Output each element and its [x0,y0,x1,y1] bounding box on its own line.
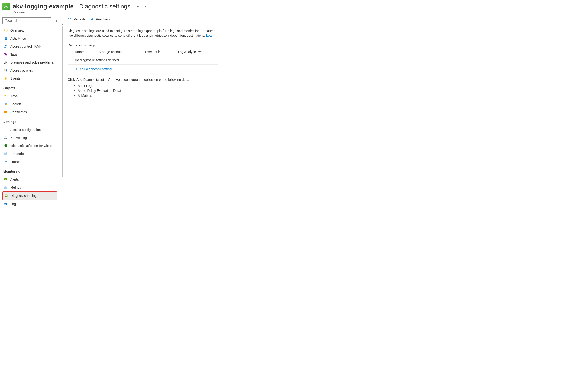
nav-certificates[interactable]: Certificates [2,108,57,116]
shield-icon [4,144,8,148]
svg-point-8 [5,45,6,46]
svg-point-19 [6,137,6,137]
nav-label: Keys [10,94,18,98]
nav-label: Alerts [10,178,19,181]
resource-name: akv-logging-example [13,3,74,10]
nav-access-policies[interactable]: Access policies [2,66,57,74]
title-block: akv-logging-example | Diagnostic setting… [13,3,149,14]
bolt-icon [4,76,8,80]
nav-locks[interactable]: Locks [2,158,57,166]
col-name: Name [68,48,91,56]
list-item: Audit Logs [78,83,586,88]
nav-label: Secrets [10,102,21,106]
instruction-text: Click 'Add Diagnostic setting' above to … [68,78,586,81]
nav-access-control[interactable]: Access control (IAM) [2,42,57,50]
list-check-icon [4,68,8,72]
svg-rect-5 [5,38,6,38]
svg-rect-3 [6,30,6,31]
lock-icon [4,160,8,164]
tag-icon [4,53,8,56]
svg-rect-26 [6,187,6,189]
refresh-button[interactable]: Refresh [68,17,85,21]
svg-point-9 [6,45,7,46]
nav-label: Access policies [10,68,33,72]
nav-tags[interactable]: Tags [2,50,57,58]
nav-logs[interactable]: Logs [2,200,57,208]
nav-label: Logs [10,202,17,206]
data-types-list: Audit Logs Azure Policy Evaluation Detai… [68,83,586,98]
nav-label: Locks [10,160,19,164]
svg-point-16 [6,112,7,113]
search-input[interactable] [8,19,49,23]
nav-label: Tags [10,53,17,56]
nav-label: Microsoft Defender for Cloud [10,144,53,148]
network-icon [4,136,8,140]
plus-icon: + [76,67,77,71]
scrollbar[interactable] [62,26,63,177]
nav-label: Certificates [10,110,27,114]
svg-rect-21 [6,153,6,155]
description-body: Diagnostic settings are used to configur… [68,29,215,37]
diag-icon [4,194,8,197]
table-empty-row: No diagnostic settings defined [68,56,218,64]
collapse-icon[interactable]: « [55,19,57,23]
secret-icon [4,102,8,106]
svg-rect-7 [5,39,6,39]
title-pipe: | [76,5,77,9]
svg-point-0 [5,19,7,21]
list-item: Azure Policy Evaluation Details [78,88,586,93]
svg-point-11 [5,95,6,96]
svg-rect-6 [5,38,6,38]
nav-label: Access configuration [10,128,41,132]
nav-diagnostic-settings[interactable]: Diagnostic settings [2,192,57,200]
nav-activity-log[interactable]: Activity log [2,34,57,42]
pin-icon[interactable] [136,4,140,9]
add-diagnostic-setting-button[interactable]: + Add diagnostic setting [72,65,115,73]
nav-secrets[interactable]: Secrets [2,100,57,108]
key-icon [4,94,8,98]
nav-label: Diagnose and solve problems [10,61,54,64]
resource-type: Key vault [13,11,149,14]
add-label: Add diagnostic setting [79,67,112,71]
nav-alerts[interactable]: Alerts [2,175,57,183]
nav-defender[interactable]: Microsoft Defender for Cloud [2,142,57,150]
more-icon[interactable]: ··· [145,4,149,9]
content-pane: Refresh Feedback Diagnostic settings are… [63,17,586,208]
logs-icon [4,202,8,206]
alert-icon [4,178,8,181]
list-item: AllMetrics [78,93,586,98]
nav-metrics[interactable]: Metrics [2,183,57,192]
nav-events[interactable]: Events [2,74,57,82]
nav-networking[interactable]: Networking [2,134,57,142]
properties-icon [4,152,8,156]
people-icon [4,44,8,48]
feedback-button[interactable]: Feedback [90,17,110,21]
page-header: akv-logging-example | Diagnostic setting… [0,0,588,17]
metrics-icon [4,186,8,189]
list-check-icon [4,128,8,132]
nav-label: Events [10,76,21,80]
refresh-icon [68,17,72,21]
resource-icon [2,3,10,10]
nav-label: Access control (IAM) [10,44,41,48]
info-icon [4,29,8,32]
svg-rect-20 [5,153,5,155]
col-storage: Storage account [91,48,138,56]
nav-access-configuration[interactable]: Access configuration [2,126,57,134]
wrench-icon [4,61,8,64]
nav-keys[interactable]: Keys [2,92,57,100]
svg-point-2 [6,30,6,30]
search-box[interactable] [2,17,51,24]
nav-properties[interactable]: Properties [2,150,57,158]
nav-overview[interactable]: Overview [2,26,57,34]
section-settings: Settings [2,116,57,125]
cert-icon [4,110,8,114]
learn-more-link[interactable]: Learn [206,34,215,37]
nav-label: Properties [10,152,26,156]
sidebar: « Overview Activity log Access control (… [2,17,63,208]
doc-icon [4,36,8,40]
empty-message: No diagnostic settings defined [68,56,218,64]
nav-diagnose-problems[interactable]: Diagnose and solve problems [2,58,57,66]
nav-label: Metrics [10,186,21,189]
svg-rect-25 [5,188,5,189]
